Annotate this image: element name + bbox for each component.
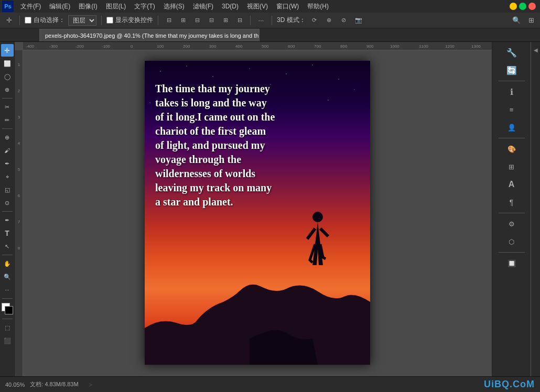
move-tool-icon[interactable]: ✛ — [3, 15, 15, 26]
tab-bar: pexels-photo-3641970.jpeg @ 40.1% (The t… — [0, 28, 540, 42]
color-swatches[interactable] — [2, 303, 13, 314]
canvas-area[interactable]: -400 -300 -200 -100 0 100 200 300 400 50… — [15, 42, 492, 376]
align-top-icon[interactable]: ⊟ — [206, 15, 217, 26]
menu-window[interactable]: 窗口(W) — [273, 1, 303, 12]
tool-text[interactable]: T — [1, 227, 14, 239]
right-extra-panel[interactable]: ◀ — [531, 42, 540, 376]
menu-layer[interactable]: 图层(L) — [102, 1, 130, 12]
auto-select-input[interactable] — [25, 17, 31, 24]
left-toolbar: ✛ ⬜ ◯ ⊕ ✂ ✏ ⊕ 🖌 ✒ ⌖ ◱ ⊙ ✒ T ↖ ✋ 🔍 ··· ⬚ … — [0, 42, 15, 376]
align-bottom-icon[interactable]: ⊟ — [234, 15, 245, 26]
svg-text:500: 500 — [262, 44, 269, 49]
tool-hand[interactable]: ✋ — [1, 257, 14, 270]
panel-divider-3 — [499, 213, 525, 213]
tool-path-select[interactable]: ↖ — [1, 240, 14, 253]
svg-rect-21 — [15, 50, 23, 376]
tool-heal[interactable]: ⊕ — [1, 131, 14, 144]
status-arrow[interactable]: > — [89, 382, 92, 388]
tool-stamp[interactable]: ✒ — [1, 157, 14, 170]
background-color[interactable] — [5, 306, 13, 314]
panel-3d-icon[interactable]: ⬡ — [502, 233, 522, 250]
tool-more[interactable]: ··· — [1, 284, 14, 296]
tool-divider-4 — [2, 255, 13, 255]
tool-screen[interactable]: ⬛ — [1, 334, 14, 347]
menu-help[interactable]: 帮助(H) — [304, 1, 332, 12]
svg-text:900: 900 — [366, 44, 374, 49]
panel-layers-icon[interactable]: ≡ — [502, 101, 522, 118]
panel-presets-icon[interactable]: 🔄 — [502, 62, 522, 79]
ruler-top: -400 -300 -200 -100 0 100 200 300 400 50… — [23, 42, 492, 50]
align-center-h-icon[interactable]: ⊞ — [220, 15, 231, 26]
auto-select-checkbox[interactable]: 自动选择： — [25, 16, 65, 25]
minimize-button[interactable] — [510, 3, 517, 10]
layer-dropdown[interactable]: 图层 — [68, 15, 96, 26]
svg-text:-300: -300 — [49, 44, 58, 49]
panel-divider-2 — [499, 138, 525, 138]
menu-edit[interactable]: 编辑(E) — [46, 1, 74, 12]
svg-text:700: 700 — [314, 44, 321, 49]
align-left-icon[interactable]: ⊟ — [163, 15, 175, 26]
svg-text:4: 4 — [18, 141, 20, 146]
tool-mask[interactable]: ⬚ — [1, 321, 14, 334]
menu-filter[interactable]: 滤镜(F) — [189, 1, 217, 12]
more-options-icon[interactable]: ··· — [255, 15, 267, 26]
3d-pan-icon[interactable]: ⊕ — [323, 15, 335, 26]
panel-timeline-icon[interactable]: ⚙ — [502, 215, 522, 232]
divider-1 — [19, 16, 20, 25]
arrange-icon[interactable]: ⊞ — [525, 15, 537, 26]
menu-text[interactable]: 文字(T) — [131, 1, 158, 12]
show-transform-checkbox[interactable]: 显示变换控件 — [106, 16, 153, 25]
tool-crop[interactable]: ✂ — [1, 101, 14, 113]
tool-magic-wand[interactable]: ⊕ — [1, 83, 14, 96]
menu-image[interactable]: 图像(I) — [75, 1, 101, 12]
panel-swatches-icon[interactable]: 🎨 — [502, 140, 522, 157]
panel-table-icon[interactable]: ⊞ — [502, 158, 522, 175]
main-layout: ✛ ⬜ ◯ ⊕ ✂ ✏ ⊕ 🖌 ✒ ⌖ ◱ ⊙ ✒ T ↖ ✋ 🔍 ··· ⬚ … — [0, 42, 540, 376]
status-bar: 40.05% 文档: 4.83M/8.83M > UiBQ.CoM — [0, 376, 540, 392]
panel-paragraph-icon[interactable]: ¶ — [502, 194, 522, 211]
maximize-button[interactable] — [519, 3, 526, 10]
tool-eraser[interactable]: ⌖ — [1, 170, 14, 183]
svg-text:800: 800 — [340, 44, 348, 49]
menu-file[interactable]: 文件(F) — [17, 1, 45, 12]
tool-lasso[interactable]: ◯ — [1, 70, 14, 83]
tool-pen[interactable]: ✒ — [1, 214, 14, 226]
tool-marquee[interactable]: ⬜ — [1, 57, 14, 70]
show-transform-input[interactable] — [106, 17, 113, 24]
panel-actions-icon[interactable]: 🔲 — [502, 255, 522, 271]
tool-dodge[interactable]: ⊙ — [1, 197, 14, 209]
panel-character-icon[interactable]: A — [502, 176, 522, 193]
menu-select[interactable]: 选择(S) — [160, 1, 188, 12]
ruler-left: 1 2 3 4 5 6 7 8 — [15, 50, 23, 376]
svg-text:1000: 1000 — [390, 44, 399, 49]
collapse-icon: ◀ — [534, 47, 538, 53]
active-tab[interactable]: pexels-photo-3641970.jpeg @ 40.1% (The t… — [39, 29, 260, 41]
right-panel: 🔧 🔄 ℹ ≡ 👤 🎨 ⊞ A ¶ ⚙ ⬡ 🔲 — [492, 42, 531, 376]
align-right-icon[interactable]: ⊟ — [191, 15, 203, 26]
menu-3d[interactable]: 3D(D) — [218, 2, 242, 11]
svg-text:0: 0 — [131, 44, 133, 49]
svg-text:6: 6 — [18, 193, 20, 198]
close-button[interactable] — [528, 3, 536, 10]
3d-rotate-icon[interactable]: ⟳ — [309, 15, 320, 26]
panel-tools-icon[interactable]: 🔧 — [502, 44, 522, 61]
tool-zoom[interactable]: 🔍 — [1, 270, 14, 283]
tool-brush[interactable]: 🖌 — [1, 144, 14, 157]
panel-info-icon[interactable]: ℹ — [502, 83, 522, 100]
show-transform-label: 显示变换控件 — [115, 16, 153, 25]
menu-view[interactable]: 视图(V) — [243, 1, 272, 12]
svg-text:3: 3 — [18, 115, 20, 119]
canvas[interactable]: The time that my journey takes is long a… — [145, 61, 370, 365]
svg-text:400: 400 — [235, 44, 243, 49]
tool-move[interactable]: ✛ — [1, 44, 14, 57]
align-center-v-icon[interactable]: ⊞ — [177, 15, 189, 26]
svg-text:200: 200 — [183, 44, 190, 49]
search-icon[interactable]: 🔍 — [511, 15, 522, 26]
3d-zoom-icon[interactable]: ⊘ — [338, 15, 350, 26]
3d-camera-icon[interactable]: 📷 — [353, 15, 364, 26]
panel-properties-icon[interactable]: 👤 — [502, 119, 522, 136]
svg-text:100: 100 — [157, 44, 164, 49]
tool-gradient[interactable]: ◱ — [1, 183, 14, 196]
doc-size: 文档: 4.83M/8.83M — [30, 380, 78, 388]
tool-eyedropper[interactable]: ✏ — [1, 114, 14, 126]
